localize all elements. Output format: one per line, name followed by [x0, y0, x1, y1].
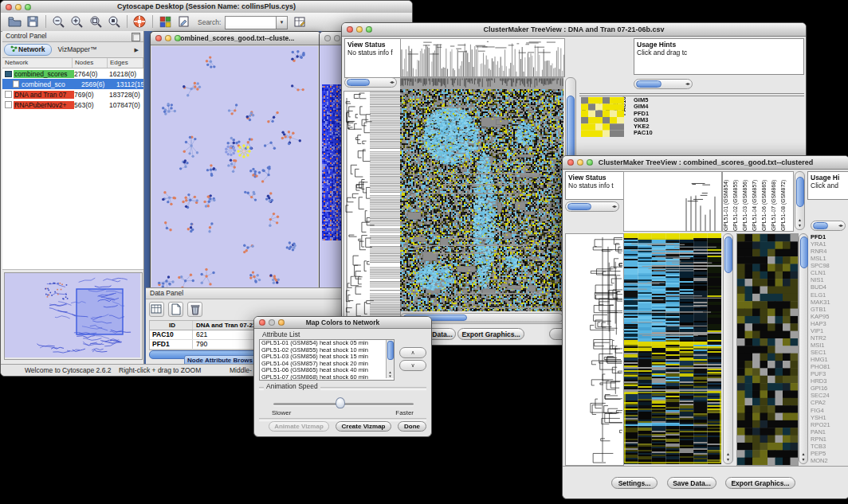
zoom-button[interactable]	[175, 35, 181, 41]
scroll-arrows-icon[interactable]: ▴▾	[724, 451, 732, 463]
network-icon	[5, 91, 12, 98]
gene-label: HAP3	[811, 320, 847, 327]
move-down-button[interactable]: ∨	[399, 360, 426, 371]
heatmap-canvas[interactable]	[400, 77, 563, 311]
zoom-out-button[interactable]	[51, 14, 65, 29]
network-icon	[5, 101, 12, 108]
row-dendrogram-canvas[interactable]	[344, 91, 401, 326]
network-table-row[interactable]: DNA and Tran 07 769(0) 183728(0)	[2, 89, 143, 100]
control-panel-tabs: Network VizMapper™ ▶	[2, 42, 143, 58]
view-status-scrollbar[interactable]: ◂▸	[344, 77, 397, 88]
divider	[579, 96, 804, 96]
zoom-button[interactable]	[278, 319, 285, 326]
scroll-arrows-icon[interactable]: ▴▾	[387, 370, 394, 378]
zoom-button[interactable]	[587, 159, 593, 166]
minimize-button[interactable]	[15, 4, 22, 10]
minimize-button[interactable]	[165, 35, 171, 41]
scroll-arrows-icon[interactable]: ▴▾	[795, 217, 804, 229]
attribute-browser-icon-button[interactable]	[292, 14, 307, 29]
network-canvas[interactable]	[151, 46, 318, 287]
scroll-arrows-icon[interactable]: ◂▸	[685, 80, 690, 88]
global-matrix-canvas[interactable]	[581, 97, 624, 137]
window-title: Cytoscape Desktop (Session Name: collins…	[117, 2, 296, 10]
attribute-list-scrollbar[interactable]: ▴▾	[386, 340, 394, 378]
attribute-list[interactable]: GPL51-01 (GSM854) heat shock 05 minGPL51…	[259, 339, 395, 381]
save-session-button[interactable]	[26, 14, 40, 29]
zoom-fit-button[interactable]	[88, 14, 103, 29]
gene-label: PHO81	[811, 363, 847, 370]
network-table-row[interactable]: combined_scores 2764(0) 16218(0)	[2, 68, 143, 79]
close-button[interactable]	[347, 26, 353, 33]
search-dropdown-icon[interactable]: ▼	[276, 16, 288, 29]
tab-network[interactable]: Network	[4, 44, 52, 56]
tab-vizmapper[interactable]: VizMapper™	[53, 45, 103, 55]
dialog-title-bar[interactable]: Map Colors to Network	[254, 317, 431, 329]
minimize-button[interactable]	[577, 159, 583, 166]
float-panel-icon[interactable]	[132, 33, 140, 41]
birdseye-view-panel[interactable]	[4, 272, 143, 360]
animate-vizmap-button[interactable]: Animate Vizmap	[269, 421, 329, 432]
scroll-arrows-icon[interactable]: ◂▸	[838, 221, 843, 230]
zoom-selected-button[interactable]	[107, 14, 121, 29]
close-button[interactable]	[155, 35, 162, 41]
status-hint-zoom: Right-click + drag to ZOOM	[119, 366, 201, 374]
usage-hints-scrollbar[interactable]: ◂▸	[634, 79, 693, 89]
help-button[interactable]	[132, 14, 147, 29]
close-button[interactable]	[259, 319, 265, 326]
gene-label: BUD4	[811, 283, 847, 291]
close-button[interactable]	[6, 4, 12, 10]
scroll-arrows-icon[interactable]: ◂▸	[390, 78, 395, 87]
search-input[interactable]	[225, 16, 279, 29]
tab-overflow-button[interactable]: ▶	[135, 47, 142, 53]
col-edges: Edges	[108, 58, 143, 68]
export-graphics-button[interactable]: Export Graphics...	[457, 328, 524, 340]
zoom-button[interactable]	[366, 26, 372, 33]
network-table-row[interactable]: combined_sco 2569(6) 13112(15)	[2, 79, 143, 89]
delete-attribute-button[interactable]	[187, 302, 202, 317]
create-vizmap-button[interactable]: Create Vizmap	[336, 421, 391, 432]
treeview2-title-bar[interactable]: ClusterMaker TreeView : combined_scores_…	[563, 156, 848, 170]
gene-label: VIP1	[811, 327, 847, 334]
export-graphics-button[interactable]: Export Graphics...	[725, 477, 795, 489]
settings-button[interactable]: Settings...	[611, 477, 658, 489]
minimize-button[interactable]	[269, 319, 275, 326]
column-dendrogram-canvas[interactable]	[623, 171, 722, 232]
done-button[interactable]: Done	[398, 421, 426, 432]
usage-hints-scrollbar[interactable]: ◂▸	[811, 221, 846, 231]
birdseye-canvas[interactable]	[5, 273, 140, 357]
network-window-title-bar[interactable]: combined_scores_good.txt--cluste...	[151, 32, 320, 45]
column-labels-scrollbar[interactable]: ▴▾	[795, 171, 805, 230]
select-attributes-button[interactable]	[149, 302, 164, 317]
network-table-row[interactable]: RNAPuberNov2+ 563(0) 107847(0)	[2, 100, 143, 110]
zoom-heatmap-canvas[interactable]	[736, 233, 799, 466]
zoom-button[interactable]	[25, 4, 31, 10]
new-attribute-button[interactable]	[168, 302, 183, 317]
zoom-in-button[interactable]	[69, 14, 84, 29]
close-button[interactable]	[567, 159, 574, 166]
gene-label: RNR4	[811, 248, 847, 255]
treeview1-title-bar[interactable]: ClusterMaker TreeView : DNA and Tran 07-…	[342, 23, 806, 37]
minimize-button[interactable]	[334, 35, 340, 41]
close-button[interactable]	[324, 35, 331, 41]
view-status-title: View Status	[347, 41, 386, 49]
attribute-list-item[interactable]: GPL51-07 (GSM868) heat shock 60 min	[260, 374, 394, 381]
view-status-scrollbar[interactable]: ◂▸	[565, 201, 619, 212]
vizmapper-button[interactable]	[158, 14, 172, 29]
animation-speed-slider-thumb[interactable]	[336, 397, 345, 408]
annotation-button[interactable]	[176, 14, 190, 29]
scroll-arrows-icon[interactable]: ▴▾	[799, 451, 807, 463]
column-dendrogram-canvas[interactable]	[400, 38, 565, 77]
save-data-button[interactable]: Save Data...	[667, 477, 716, 489]
scroll-arrows-icon[interactable]: ◂▸	[612, 202, 617, 211]
gene-label: GTB1	[811, 306, 847, 313]
row-dendrogram-canvas[interactable]	[565, 233, 624, 466]
main-title-bar[interactable]: Cytoscape Desktop (Session Name: collins…	[1, 1, 412, 14]
move-up-button[interactable]: ∧	[399, 347, 426, 358]
gene-label: HMG1	[811, 356, 847, 363]
zoom-vscrollbar[interactable]: ▴▾	[799, 233, 808, 464]
network-nodes-count: 2764(0)	[74, 70, 109, 78]
heatmap-vscrollbar[interactable]: ▴▾	[723, 233, 733, 464]
minimize-button[interactable]	[356, 26, 363, 33]
open-session-button[interactable]	[7, 14, 22, 29]
heatmap-canvas[interactable]	[624, 233, 721, 464]
